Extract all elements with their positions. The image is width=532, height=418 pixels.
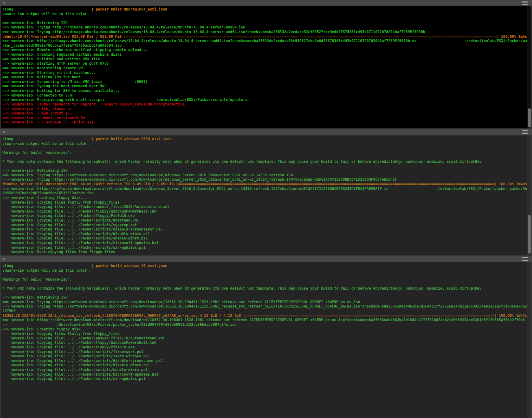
terminal-line: 1055098d7ba8d2d635babf6bb76518512afbde.i… (2, 191, 527, 196)
terminal-line: ==> vmware-iso: Retrieving ISO (2, 21, 527, 25)
terminal-line: ==> vmware-iso: Trying https://software-… (2, 173, 527, 178)
hamburger-menu-icon[interactable] (522, 1, 528, 5)
terminal-line: vmware-iso: Copying file: ../../Packer/s… (2, 236, 527, 241)
scrollbar[interactable] (527, 262, 531, 418)
terminal-line: => /detectionlab/ESXi/Packer/packer_cach… (2, 322, 527, 327)
terminal-line: vmware-iso: Copying file: ../../Packer/s… (2, 232, 527, 236)
terminal-pane-ubuntu1804: ✕ clong $ packer build ubuntu1804_esxi.j… (0, 0, 532, 128)
terminal-pane-windows10: ✕ clong $ packer build windows_10_esxi.j… (0, 256, 532, 418)
terminal-line: ==> vmware-iso: Connected to SSH! (2, 93, 527, 98)
terminal-content[interactable]: clong $ packer build windows_10_esxi.jso… (1, 262, 527, 418)
terminal-line: vmware-iso: Copying file: ../../Packer/s… (2, 223, 527, 227)
terminal-line: vmware-iso: Copying file: ../../Packer/a… (2, 336, 527, 341)
terminal-line: vmware-iso: Copying files flatly from fl… (2, 200, 527, 205)
terminal-line: vmware-iso output will be in this color. (2, 141, 527, 146)
terminal-line: vmware-iso: Copying file: ../../Packer/s… (2, 363, 527, 368)
terminal-line: ==> vmware-iso: Trying http://cdimage.ub… (2, 25, 527, 30)
terminal-line (2, 146, 527, 150)
terminal-line: * Your vmx data contains the following v… (2, 159, 527, 164)
terminal-line: vmware-iso: Copying file: ../../Packer/s… (2, 372, 527, 377)
terminal-line (2, 155, 527, 159)
terminal-line: ==> vmware-iso: [sudo] password for vagr… (2, 102, 527, 107)
terminal-line: vmware-iso: Copying files flatly from fl… (2, 331, 527, 336)
terminal-line: vmware-iso output will be in this color. (2, 12, 527, 16)
terminal-pane-windows2016: ✕ clong $ packer build windows_2016_esxi… (0, 129, 532, 255)
terminal-line: ==> vmware-iso: https://software-downloa… (2, 318, 527, 322)
terminal-line: vmware-iso: Copying file: ../../Packer/s… (2, 245, 527, 250)
terminal-line: * Your vmx data contains the following v… (2, 286, 527, 291)
terminal-line: ==> vmware-iso: Trying https://software-… (2, 300, 527, 304)
terminal-line: ==> vmware-iso: + ubuntu_version=18.04 (2, 116, 527, 120)
terminal-line: ==> vmware-iso: Starting virtual machine… (2, 71, 527, 75)
terminal-line: vmware-iso: Copying file: ../../Packer/s… (2, 359, 527, 363)
terminal-line: ==> vmware-iso: Trying https://software-… (2, 304, 527, 309)
terminal-line: ==> vmware-iso: Trying http://cdimage.ub… (2, 30, 527, 34)
terminal-line: vmware-iso: Copying file: ../../Packer/f… (2, 213, 527, 218)
terminal-line: ==> vmware-iso: Creating floppy disk... (2, 196, 527, 200)
terminal-line: ==> vmware-iso: Typing the boot command … (2, 84, 527, 88)
terminal-line: ==> vmware-iso: + lsb_release -r (2, 106, 527, 111)
terminal-line: ==> vmware-iso: Building and writing VMX… (2, 57, 527, 62)
terminal-line: ==> vmware-iso: + awk {print $2} (2, 111, 527, 116)
terminal-line: vmware-iso: Copying file: ../../Packer/s… (2, 241, 527, 245)
terminal-line: vmware-iso: Copying file: ../../Packer/a… (2, 205, 527, 209)
terminal-line: vmware-iso: Copying file: ../../Packer/s… (2, 368, 527, 372)
terminal-line: Warnings for build 'vmware-iso': (2, 277, 527, 282)
terminal-line: ==> vmware-iso: Starting HTTP server on … (2, 61, 527, 66)
pane-titlebar[interactable]: ✕ (0, 129, 532, 136)
terminal-line: 18362.30.190401-1528.19h1_release_svc_re… (2, 313, 527, 318)
terminal-line (2, 16, 527, 21)
terminal-line: cker_cache/e6d790e1cf0dcbca7fefef75468ac… (2, 43, 527, 48)
scrollbar[interactable] (527, 6, 531, 128)
terminator-window: ✕ clong $ packer build ubuntu1804_esxi.j… (0, 0, 532, 418)
terminal-line: ubuntu-18.04.4-server-amd64.iso 921.00 M… (2, 34, 527, 39)
terminal-line: vmware-iso: Copying file: ../../Packer/s… (2, 350, 527, 354)
terminal-line: clong $ packer build windows_2016_esxi.j… (2, 137, 527, 141)
terminal-line: ==> vmware-iso: Connecting to VM via VNC… (2, 80, 527, 84)
terminal-line: ==> vmware-iso: + + echoawk -F. {print $… (2, 120, 527, 125)
terminal-line (2, 164, 527, 169)
scrollbar[interactable] (527, 136, 531, 255)
terminal-content[interactable]: clong $ packer build ubuntu1804_esxi.jso… (1, 6, 527, 128)
pane-titlebar[interactable]: ✕ (0, 256, 532, 262)
terminal-line: clong $ packer build windows_10_esxi.jso… (2, 264, 527, 268)
terminal-line: ==> vmware-iso: Creating required virtua… (2, 52, 527, 57)
terminal-line: ==> vmware-iso: Retrieving ISO (2, 295, 527, 300)
terminal-line: ==> vmware-iso: Provisioning with shell … (2, 97, 527, 102)
terminal-line: ==> vmware-iso: Creating floppy disk... (2, 327, 527, 332)
terminal-line: vmware-iso: Copying file: ../../Packer/s… (2, 354, 527, 359)
terminal-line: vmware-iso: Copying file: ../../Packer/f… (2, 345, 527, 350)
terminal-line: vmware-iso: Copying file: ../../Packer/f… (2, 340, 527, 345)
terminal-line: vmware-iso: Copying file: ../../Packer/s… (2, 227, 527, 232)
terminal-line: ==> vmware-iso: http://cdimage.ubuntu.co… (2, 39, 527, 43)
terminal-line (2, 282, 527, 286)
terminal-line: Windows_Server_2016_Datacenter_EVAL_en-u… (2, 182, 527, 187)
close-icon[interactable]: ✕ (2, 1, 5, 5)
hamburger-menu-icon[interactable] (522, 257, 528, 261)
terminal-line (2, 291, 527, 295)
terminal-line: vmware-iso: Copying file: ../../Packer/s… (2, 377, 527, 381)
terminal-line: ==> vmware-iso: Waiting for SSH to becom… (2, 88, 527, 93)
terminal-line: vmware-iso output will be in this color. (2, 268, 527, 273)
terminal-line: clong $ packer build ubuntu1804_esxi.jso… (2, 7, 527, 12)
terminal-line: ==> vmware-iso: Registering remote VM... (2, 66, 527, 71)
terminal-line: vmware-iso: Copying file: ../../Packer/f… (2, 209, 527, 214)
terminal-line: vmware-iso: Copying file: ../../Packer/s… (2, 218, 527, 223)
terminal-line (2, 273, 527, 277)
terminal-line: ==> vmware-iso: Trying https://software-… (2, 177, 527, 182)
terminal-line: Warnings for build 'vmware-iso': (2, 150, 527, 155)
terminal-line: ==> vmware-iso: Retrieving ISO (2, 168, 527, 173)
terminal-line: ==> vmware-iso: https://software-downloa… (2, 187, 527, 191)
scrollbar-thumb[interactable] (528, 108, 531, 127)
pane-titlebar[interactable]: ✕ (0, 0, 532, 6)
terminal-line: ==> vmware-iso: Remote cache was verifie… (2, 48, 527, 52)
close-icon[interactable]: ✕ (2, 130, 5, 134)
hamburger-menu-icon[interactable] (522, 130, 528, 134)
terminal-line: vmware-iso: Done copying files from flop… (2, 250, 527, 254)
terminal-content[interactable]: clong $ packer build windows_2016_esxi.j… (1, 136, 527, 255)
scrollbar-thumb[interactable] (528, 215, 531, 254)
terminal-line: 2f79b3 (2, 309, 527, 313)
close-icon[interactable]: ✕ (2, 257, 5, 261)
terminal-line: ==> vmware-iso: Waiting 10s for boot... (2, 75, 527, 80)
